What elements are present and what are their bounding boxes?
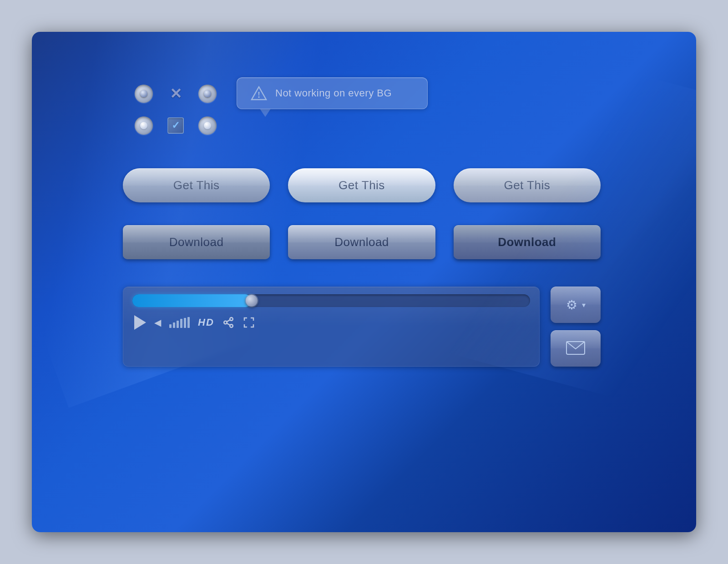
download-button-2[interactable]: Download xyxy=(288,225,435,259)
main-window: ✕ ✓ xyxy=(32,32,696,532)
radio-inner-1 xyxy=(140,90,147,97)
hd-label: HD xyxy=(198,317,214,328)
svg-line-6 xyxy=(227,320,230,322)
get-this-button-2[interactable]: Get This xyxy=(288,168,435,202)
progress-bar-fill xyxy=(132,294,252,307)
share-icon xyxy=(222,317,234,328)
svg-point-2 xyxy=(230,317,233,321)
radio-button-4[interactable] xyxy=(196,114,219,137)
dropdown-arrow-icon: ▾ xyxy=(582,301,586,309)
radio-button-2[interactable] xyxy=(196,82,219,106)
radio-inner-2 xyxy=(204,90,211,97)
tooltip-box: ! Not working on every BG xyxy=(237,77,428,109)
close-icon: ✕ xyxy=(170,86,182,101)
svg-point-4 xyxy=(230,324,233,327)
alert-triangle-icon: ! xyxy=(251,86,267,101)
get-this-button-1[interactable]: Get This xyxy=(123,168,270,202)
close-icon-cell[interactable]: ✕ xyxy=(164,82,187,106)
icon-grid: ✕ ✓ xyxy=(132,82,223,141)
volume-bar-1 xyxy=(169,324,172,328)
controls-row: ✕ ✓ xyxy=(123,77,601,141)
volume-bars xyxy=(169,317,190,328)
checkbox-icon: ✓ xyxy=(167,117,184,134)
gear-icon: ⚙ xyxy=(566,297,577,312)
radio-inner-3 xyxy=(140,122,147,129)
svg-line-5 xyxy=(227,323,230,325)
fullscreen-button[interactable] xyxy=(243,316,255,329)
radio-outer-1 xyxy=(135,85,153,103)
radio-outer-2 xyxy=(198,85,217,103)
volume-bar-2 xyxy=(173,322,175,328)
download-button-1[interactable]: Download xyxy=(123,225,270,259)
volume-button[interactable]: ◀ xyxy=(154,317,161,328)
checkmark-icon: ✓ xyxy=(172,120,180,131)
download-button-3[interactable]: Download xyxy=(454,225,601,259)
progress-handle[interactable] xyxy=(246,295,258,307)
media-row: ◀ HD xyxy=(123,287,601,367)
svg-text:!: ! xyxy=(258,91,260,100)
share-button[interactable] xyxy=(222,317,234,328)
get-this-button-3[interactable]: Get This xyxy=(454,168,601,202)
progress-bar-container[interactable] xyxy=(132,294,530,307)
radio-outer-3 xyxy=(135,116,153,135)
radio-inner-4 xyxy=(204,122,211,129)
download-row: Download Download Download xyxy=(123,225,601,259)
ui-panel: ✕ ✓ xyxy=(123,77,601,367)
fullscreen-icon xyxy=(243,316,255,329)
side-buttons: ⚙ ▾ xyxy=(551,287,601,367)
tooltip-text: Not working on every BG xyxy=(275,87,392,99)
radio-button-1[interactable] xyxy=(132,82,156,106)
checkbox-cell[interactable]: ✓ xyxy=(164,114,187,137)
settings-button[interactable]: ⚙ ▾ xyxy=(551,287,601,323)
radio-outer-4 xyxy=(198,116,217,135)
play-button[interactable] xyxy=(134,315,146,330)
volume-bar-3 xyxy=(177,321,179,328)
mail-icon xyxy=(566,341,586,357)
get-this-row: Get This Get This Get This xyxy=(123,168,601,202)
media-player: ◀ HD xyxy=(123,287,540,367)
svg-rect-7 xyxy=(566,342,585,354)
svg-point-3 xyxy=(224,321,227,324)
play-icon xyxy=(134,315,146,330)
radio-button-3[interactable] xyxy=(132,114,156,137)
media-controls: ◀ HD xyxy=(132,315,530,330)
volume-bar-5 xyxy=(184,318,186,328)
volume-bar-6 xyxy=(187,317,190,328)
mail-button[interactable] xyxy=(551,330,601,367)
volume-bar-4 xyxy=(180,319,182,328)
volume-icon: ◀ xyxy=(154,317,161,328)
